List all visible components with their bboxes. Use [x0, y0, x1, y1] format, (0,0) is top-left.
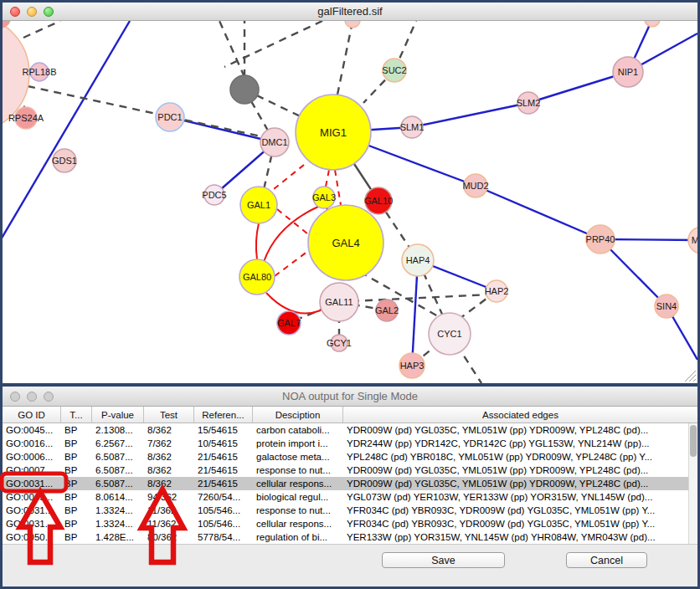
table-row[interactable]: GO:0065...BP8.0614...94/3627260/54...bio…: [3, 490, 697, 504]
node-label-MUD2: MUD2: [462, 181, 488, 191]
node-label-PRP40: PRP40: [586, 234, 615, 244]
zoom-button[interactable]: [44, 7, 54, 17]
node-label-DMC1: DMC1: [261, 137, 287, 147]
zoom-button-inactive[interactable]: [44, 392, 54, 402]
column-header-desc[interactable]: Desciption: [253, 407, 343, 423]
node-label-MIG1: MIG1: [320, 126, 347, 139]
cell-type: BP: [61, 464, 92, 477]
cell-test: 11/362: [144, 504, 194, 517]
node-top-pink-1[interactable]: [345, 21, 360, 28]
screenshot-frame: galFiltered.sif RPL18BRPS24APDC1GDS1DMC1…: [0, 0, 700, 589]
edge-reddash: [270, 165, 304, 192]
column-header-p[interactable]: P-value: [92, 407, 144, 423]
cell-ref: 7260/54...: [194, 490, 253, 504]
cell-p: 6.5087...: [92, 464, 144, 477]
node-label-RPL18B: RPL18B: [23, 67, 57, 77]
node-label-NIP1: NIP1: [618, 67, 638, 77]
cancel-button[interactable]: Cancel: [566, 552, 647, 568]
table-row[interactable]: GO:0007...BP6.5087...8/36221/54615respon…: [3, 464, 697, 477]
node-label-HAP3: HAP3: [400, 361, 425, 371]
cell-edges: YDR009W (pd) YGL035C, YML051W (pp) YDR00…: [343, 477, 697, 490]
vertical-scrollbar[interactable]: [688, 423, 697, 544]
node-label-GAL7: GAL7: [277, 318, 301, 328]
edge-dash: [337, 22, 353, 95]
cell-go: GO:0045...: [3, 423, 61, 437]
cell-p: 1.3324...: [92, 504, 144, 517]
cell-desc: cellular respons...: [253, 517, 343, 530]
cell-edges: YDR009W (pd) YGL035C, YML051W (pp) YDR00…: [343, 423, 697, 437]
node-label-PDC5: PDC5: [202, 190, 226, 200]
graph-window-titlebar[interactable]: galFiltered.sif: [3, 3, 697, 21]
column-header-go[interactable]: GO ID: [3, 407, 61, 423]
noa-window-titlebar[interactable]: NOA output for Single Mode: [3, 387, 697, 407]
cell-edges: YDR009W (pd) YGL035C, YML051W (pp) YDR00…: [343, 464, 697, 477]
edge-dash: [23, 21, 60, 38]
node-top-pink-2[interactable]: [645, 21, 660, 27]
cell-desc: carbon cataboli...: [253, 423, 343, 437]
cell-desc: response to nut...: [253, 504, 343, 517]
cell-p: 1.428E...: [92, 530, 144, 544]
node-label-SLM1: SLM1: [400, 122, 425, 132]
node-label-GAL2: GAL2: [375, 305, 399, 315]
table-row[interactable]: GO:0031...BP1.3324...11/362105/546...cel…: [3, 517, 697, 530]
cell-desc: response to nut...: [253, 464, 343, 477]
column-header-type[interactable]: T...: [61, 407, 92, 423]
cell-test: 11/362: [144, 517, 194, 530]
cell-go: GO:0031...: [3, 504, 61, 517]
edge-dash: [360, 272, 444, 320]
close-button[interactable]: [10, 7, 20, 17]
noa-window: NOA output for Single Mode GO IDT...P-va…: [3, 387, 697, 586]
cell-test: 8/362: [144, 477, 194, 490]
graph-window-title: galFiltered.sif: [3, 5, 697, 18]
cell-type: BP: [61, 490, 92, 504]
node-label-HAP2: HAP2: [485, 286, 509, 296]
column-header-edges[interactable]: Associated edges: [343, 407, 697, 423]
cell-edges: YDR244W (pp) YDR142C, YDR142C (pp) YGL15…: [343, 437, 697, 450]
table-row[interactable]: GO:0031...BP1.3324...11/362105/546...res…: [3, 504, 697, 517]
cell-ref: 21/54615: [194, 450, 253, 464]
noa-window-title: NOA output for Single Mode: [3, 390, 697, 402]
edge-blue: [412, 103, 528, 127]
resize-grip-icon[interactable]: [683, 369, 697, 382]
node-label-GDS1: GDS1: [52, 156, 77, 166]
cell-test: 94/362: [144, 490, 194, 504]
network-canvas[interactable]: RPL18BRPS24APDC1GDS1DMC1MIG1SUC2SLM1SLM2…: [3, 21, 697, 383]
minimize-button-inactive[interactable]: [27, 392, 37, 402]
cell-desc: galactose meta...: [253, 450, 343, 464]
edge-dash: [224, 21, 322, 67]
column-header-ref[interactable]: Referen...: [194, 407, 253, 423]
node-label-GAL11: GAL11: [325, 297, 353, 307]
cell-desc: biological regul...: [253, 490, 343, 504]
cell-type: BP: [61, 530, 92, 544]
node-label-GAL4: GAL4: [332, 237, 359, 249]
cell-go: GO:0031...: [3, 477, 61, 490]
cell-edges: YER133W (pp) YOR315W, YNL145W (pd) YHR08…: [343, 530, 697, 544]
cell-desc: regulation of bi...: [253, 530, 343, 544]
table-row[interactable]: GO:0016...BP6.2567...7/36210/54615protei…: [3, 437, 697, 450]
cell-go: GO:0006...: [3, 450, 61, 464]
cell-ref: 21/54615: [194, 477, 253, 490]
edge-red: [266, 293, 321, 314]
close-button-inactive[interactable]: [10, 392, 20, 402]
scrollbar-thumb[interactable]: [690, 425, 697, 457]
table-row[interactable]: GO:0045...BP2.1308...8/36215/54615carbon…: [3, 423, 697, 437]
edge-reddash: [275, 251, 308, 276]
cell-edges: YGL073W (pd) YER103W, YER133W (pp) YOR31…: [343, 490, 697, 504]
node-grey-node[interactable]: [230, 75, 259, 104]
cell-go: GO:0065...: [3, 490, 61, 504]
cell-ref: 10/54615: [194, 437, 253, 450]
table-row-selected[interactable]: GO:0031...BP6.5087...8/36221/54615cellul…: [3, 477, 697, 490]
save-button[interactable]: Save: [382, 552, 505, 568]
column-header-test[interactable]: Test: [144, 407, 194, 423]
cell-type: BP: [61, 517, 92, 530]
table-row[interactable]: GO:0050...BP1.428E...80/3625778/54...reg…: [3, 530, 697, 544]
node-label-RPS24A: RPS24A: [8, 113, 44, 123]
node-label-CYC1: CYC1: [437, 329, 461, 339]
cell-type: BP: [61, 450, 92, 464]
node-label-SLM2: SLM2: [517, 98, 541, 108]
cell-go: GO:0007...: [3, 464, 61, 477]
node-corner-red[interactable]: [3, 21, 10, 28]
table-row[interactable]: GO:0006...BP6.5087...8/36221/54615galact…: [3, 450, 697, 464]
edge-red: [256, 223, 259, 259]
minimize-button[interactable]: [27, 7, 37, 17]
